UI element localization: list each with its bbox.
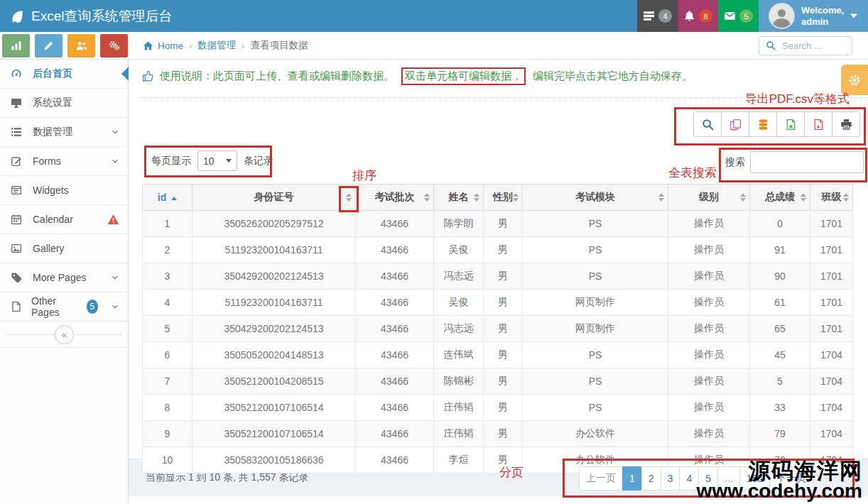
table-cell[interactable]: 61 [750,290,810,316]
table-cell[interactable]: 陈锦彬 [434,368,484,395]
table-cell[interactable]: 43466 [356,237,434,263]
table-cell[interactable]: 吴俊 [434,237,484,263]
excel-file-export-button[interactable] [776,111,805,137]
table-cell[interactable]: 庄伟韬 [434,395,484,421]
table-cell[interactable]: 7 [143,368,192,395]
table-cell[interactable]: 男 [484,368,523,395]
sidebar-item-forms[interactable]: Forms [0,147,128,176]
table-cell[interactable]: 511923200104163711 [192,237,356,263]
table-cell[interactable]: 43466 [356,211,434,237]
table-cell[interactable]: 1704 [810,368,853,395]
table-cell[interactable]: 男 [484,211,523,237]
table-cell[interactable]: 庄伟韬 [434,421,484,447]
column-header[interactable]: 班级 [810,185,853,211]
gears-quick-button[interactable] [100,34,128,57]
breadcrumb-home[interactable]: Home [143,40,183,51]
table-cell[interactable]: 6 [143,342,192,368]
table-cell[interactable]: 350526200205297512 [192,211,356,237]
pdf-file-export-button[interactable] [804,111,832,137]
pencil-quick-button[interactable] [35,34,63,57]
table-cell[interactable]: 0 [750,211,810,237]
tasks-menu-button[interactable]: 4 [637,0,678,32]
table-cell[interactable]: 操作员 [668,421,750,447]
table-cell[interactable]: PS [523,395,668,421]
column-header[interactable]: 身份证号 [192,185,356,211]
table-cell[interactable]: 男 [484,395,523,421]
table-cell[interactable]: 45 [750,342,810,368]
column-header[interactable]: id [143,185,192,211]
table-cell[interactable]: 43466 [356,368,434,395]
magnifier-export-button[interactable] [693,111,722,137]
table-cell[interactable]: 43466 [356,263,434,290]
table-cell[interactable]: 陈学朗 [434,211,484,237]
table-cell[interactable]: 5 [143,316,192,342]
table-cell[interactable]: 350429200202124513 [192,316,356,342]
table-cell[interactable]: 冯志远 [434,316,484,342]
table-cell[interactable]: 男 [484,263,523,290]
table-cell[interactable]: PS [523,342,668,368]
table-cell[interactable]: PS [523,211,668,237]
sidebar-item-gallery[interactable]: Gallery [0,234,128,263]
table-cell[interactable]: 操作员 [668,368,750,395]
table-cell[interactable]: 连伟斌 [434,342,484,368]
envelope-menu-button[interactable]: 5 [718,0,759,32]
sidebar-item-data-management[interactable]: 数据管理 [0,118,128,147]
page-button-156[interactable]: 156 [739,466,770,491]
page-button-2[interactable]: 2 [641,466,661,491]
table-cell[interactable]: 350521200107106514 [192,395,356,421]
table-cell[interactable]: 3 [143,263,192,290]
table-cell[interactable]: 1701 [810,290,853,316]
page-button-下一页[interactable]: 下一页 [769,466,813,491]
table-cell[interactable]: 350429200202124513 [192,263,356,290]
column-header[interactable]: 总成绩 [750,185,810,211]
column-header[interactable]: 级别 [668,185,750,211]
table-cell[interactable]: 9 [143,421,192,447]
table-cell[interactable]: 操作员 [668,395,750,421]
table-cell[interactable]: 1701 [810,316,853,342]
table-cell[interactable]: PS [523,368,668,395]
table-cell[interactable]: 350583200105186636 [192,447,356,473]
table-cell[interactable]: 43466 [356,395,434,421]
table-cell[interactable]: 操作员 [668,211,750,237]
breadcrumb-item-data-management[interactable]: 数据管理 [197,39,236,52]
table-cell[interactable]: 男 [484,237,523,263]
table-cell[interactable]: 8 [143,395,192,421]
table-cell[interactable]: 1 [143,211,192,237]
page-button-3[interactable]: 3 [661,466,680,491]
table-cell[interactable]: 男 [484,421,523,447]
table-cell[interactable]: 90 [750,263,810,290]
printer-export-button[interactable] [832,111,860,137]
user-menu[interactable]: Welcome,admin [759,0,868,32]
table-cell[interactable]: 1701 [810,211,853,237]
table-cell[interactable]: 1701 [810,237,853,263]
table-cell[interactable]: 男 [484,342,523,368]
table-cell[interactable]: 43466 [356,290,434,316]
table-cell[interactable]: 5 [750,368,810,395]
global-search-input[interactable] [781,40,845,52]
page-length-select[interactable]: 10 [197,150,237,171]
table-cell[interactable]: 43466 [356,316,434,342]
table-cell[interactable]: 男 [484,290,523,316]
sidebar-item-more-pages[interactable]: More Pages [0,263,128,292]
column-header[interactable]: 姓名 [434,185,484,211]
table-cell[interactable]: 操作员 [668,290,750,316]
table-cell[interactable]: 办公软件 [523,421,668,447]
table-cell[interactable]: 350521200107106514 [192,421,356,447]
table-cell[interactable]: 吴俊 [434,290,484,316]
table-cell[interactable]: 操作员 [668,237,750,263]
table-cell[interactable]: 网页制作 [523,290,668,316]
table-cell[interactable]: 43466 [356,421,434,447]
sidebar-item-dashboard[interactable]: 后台首页 [0,60,128,89]
table-cell[interactable]: 43466 [356,342,434,368]
page-button-5[interactable]: 5 [698,466,718,491]
page-button-4[interactable]: 4 [679,466,699,491]
page-button-1[interactable]: 1 [622,466,642,491]
table-cell[interactable]: 10 [143,447,192,473]
column-header[interactable]: 考试模块 [523,185,668,211]
table-cell[interactable]: 43466 [356,447,434,473]
table-cell[interactable]: 男 [484,316,523,342]
sidebar-item-widgets[interactable]: Widgets [0,176,128,205]
column-header[interactable]: 考试批次 [356,185,434,211]
table-cell[interactable]: 33 [750,395,810,421]
table-cell[interactable]: 511923200104163711 [192,290,356,316]
